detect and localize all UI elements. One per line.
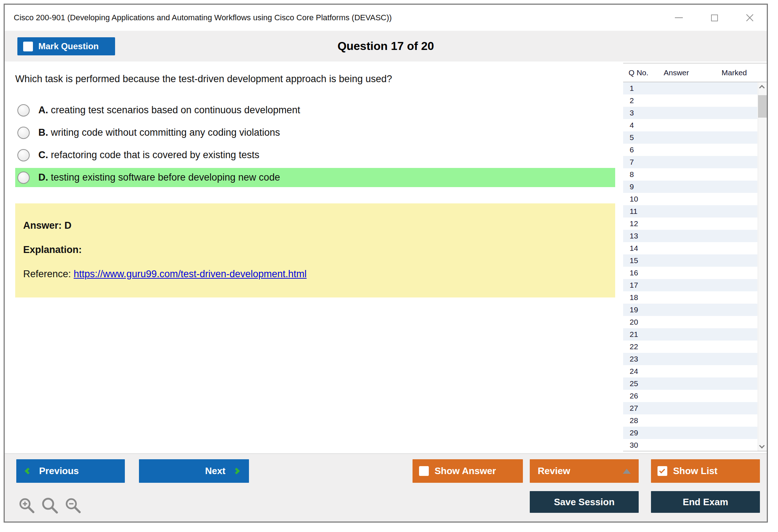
question-number: 7 <box>630 158 634 166</box>
question-list-row[interactable]: 27 <box>623 402 757 414</box>
question-list-row[interactable]: 2 <box>623 94 757 107</box>
column-qno: Q No. <box>623 68 664 77</box>
option-radio[interactable] <box>17 172 30 184</box>
question-list-row[interactable]: 16 <box>623 267 757 279</box>
question-list-row[interactable]: 8 <box>623 168 757 181</box>
header-band: Question 17 of 20 Mark Question <box>5 31 767 62</box>
question-number: 17 <box>630 281 638 289</box>
question-number: 12 <box>630 219 638 228</box>
question-list-row[interactable]: 30 <box>623 439 757 451</box>
question-list-row[interactable]: 25 <box>623 377 757 390</box>
question-list-row[interactable]: 1 <box>623 82 757 94</box>
option-row[interactable]: D. testing existing software before deve… <box>15 168 615 187</box>
question-number: 13 <box>630 232 638 240</box>
question-number: 21 <box>630 330 638 338</box>
question-list-row[interactable]: 22 <box>623 341 757 353</box>
option-row[interactable]: A. creating test scenarios based on cont… <box>15 101 615 120</box>
magnifier-icon[interactable] <box>41 497 59 515</box>
question-list: 1234567891011121314151617181920212223242… <box>623 82 767 451</box>
question-list-row[interactable]: 6 <box>623 144 757 156</box>
question-number: 1 <box>630 84 634 92</box>
question-number: 16 <box>630 269 638 277</box>
show-list-checkbox[interactable] <box>658 466 667 476</box>
question-number: 26 <box>630 392 638 400</box>
question-counter: Question 17 of 20 <box>5 31 767 62</box>
option-text: C. refactoring code that is covered by e… <box>38 149 259 161</box>
question-panel: Which task is performed because the test… <box>5 62 767 456</box>
title-bar: Cisco 200-901 (Developing Applications a… <box>5 5 767 31</box>
question-list-row[interactable]: 24 <box>623 365 757 377</box>
next-button[interactable]: Next <box>139 459 249 483</box>
exam-player-window: Cisco 200-901 (Developing Applications a… <box>4 4 768 523</box>
question-list-row[interactable]: 13 <box>623 230 757 242</box>
answer-explanation-panel: Answer: D Explanation: Reference: https:… <box>15 203 615 297</box>
question-number: 25 <box>630 379 638 388</box>
question-list-scrollbar[interactable] <box>758 82 767 451</box>
question-list-row[interactable]: 26 <box>623 390 757 402</box>
option-row[interactable]: B. writing code without committing any c… <box>15 123 615 142</box>
maximize-icon <box>711 14 718 21</box>
question-number: 4 <box>630 121 634 129</box>
option-radio[interactable] <box>17 127 30 139</box>
save-session-label: Save Session <box>554 497 615 508</box>
question-list-row[interactable]: 28 <box>623 414 757 427</box>
question-list-row[interactable]: 9 <box>623 181 757 193</box>
option-radio[interactable] <box>17 104 30 117</box>
question-number: 15 <box>630 256 638 265</box>
question-number: 24 <box>630 367 638 375</box>
zoom-out-icon[interactable] <box>64 497 82 515</box>
close-button[interactable] <box>744 12 756 24</box>
question-number: 11 <box>630 207 638 215</box>
reference-line: Reference: https://www.guru99.com/test-d… <box>23 269 607 280</box>
option-radio[interactable] <box>17 149 30 161</box>
minimize-button[interactable] <box>673 12 685 24</box>
answer-value: Answer: D <box>23 220 607 231</box>
question-list-row[interactable]: 29 <box>623 427 757 439</box>
maximize-button[interactable] <box>708 12 720 24</box>
previous-button[interactable]: Previous <box>16 459 125 483</box>
show-answer-button[interactable]: Show Answer <box>413 459 523 483</box>
question-list-row[interactable]: 7 <box>623 156 757 168</box>
question-list-row[interactable]: 20 <box>623 316 757 328</box>
question-list-row[interactable]: 17 <box>623 279 757 291</box>
question-number: 29 <box>630 428 638 437</box>
column-marked: Marked <box>722 68 747 77</box>
question-list-row[interactable]: 4 <box>623 119 757 131</box>
question-list-row[interactable]: 3 <box>623 107 757 119</box>
question-number: 2 <box>630 96 634 105</box>
question-list-row[interactable]: 14 <box>623 242 757 254</box>
question-number: 19 <box>630 305 638 314</box>
column-answer: Answer <box>664 68 710 77</box>
window-title: Cisco 200-901 (Developing Applications a… <box>14 13 392 22</box>
question-list-row[interactable]: 23 <box>623 353 757 365</box>
question-list-row[interactable]: 21 <box>623 328 757 341</box>
scroll-up-icon[interactable] <box>759 85 765 91</box>
question-list-row[interactable]: 15 <box>623 254 757 267</box>
options-list: A. creating test scenarios based on cont… <box>15 101 615 190</box>
option-row[interactable]: C. refactoring code that is covered by e… <box>15 145 615 165</box>
question-list-header: Q No. Answer Marked <box>623 63 767 82</box>
zoom-in-icon[interactable] <box>18 497 36 515</box>
mark-question-button[interactable]: Mark Question <box>17 37 115 55</box>
question-list-row[interactable]: 18 <box>623 291 757 304</box>
review-button[interactable]: Review <box>530 459 639 483</box>
show-answer-checkbox[interactable] <box>419 466 429 476</box>
question-list-row[interactable]: 11 <box>623 205 757 218</box>
zoom-controls <box>18 497 82 515</box>
question-list-row[interactable]: 10 <box>623 193 757 205</box>
question-number: 5 <box>630 133 634 142</box>
scrollbar-thumb[interactable] <box>758 95 767 118</box>
reference-link[interactable]: https://www.guru99.com/test-driven-devel… <box>74 269 307 279</box>
question-list-row[interactable]: 12 <box>623 218 757 230</box>
question-list-row[interactable]: 5 <box>623 131 757 144</box>
check-icon <box>659 467 665 473</box>
mark-question-label: Mark Question <box>38 41 99 51</box>
triangle-up-icon <box>623 469 631 474</box>
mark-question-checkbox[interactable] <box>23 42 33 51</box>
footer-toolbar: Previous Next Show <box>5 453 767 522</box>
show-list-button[interactable]: Show List <box>651 459 760 483</box>
save-session-button[interactable]: Save Session <box>530 491 639 513</box>
end-exam-button[interactable]: End Exam <box>651 491 760 513</box>
question-list-row[interactable]: 19 <box>623 304 757 316</box>
scroll-down-icon[interactable] <box>759 443 765 449</box>
